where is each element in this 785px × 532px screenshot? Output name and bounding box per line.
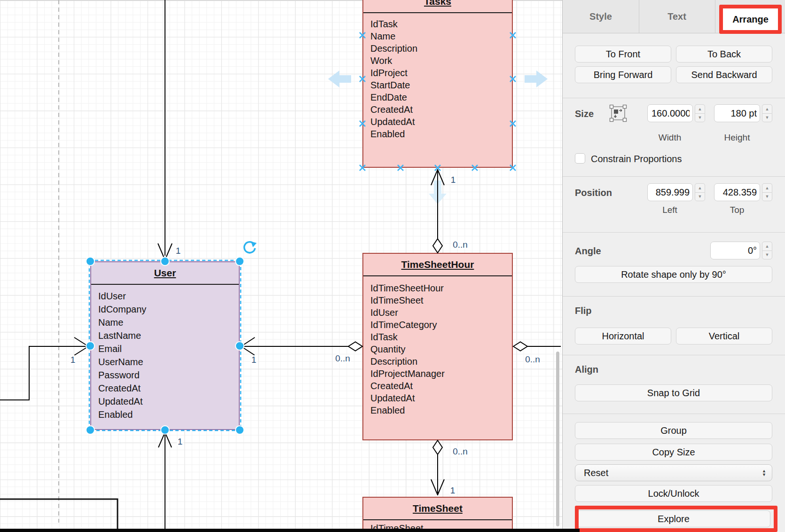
select-arrows-icon: ▲▼ — [762, 469, 766, 477]
format-panel: Style Text Arrange To Front To Back Brin… — [562, 0, 785, 532]
cardinality-label: 1 — [451, 175, 456, 185]
stepper-up-icon[interactable]: ▲ — [762, 104, 772, 113]
position-section-label: Position — [575, 188, 612, 198]
connection-x-markers — [360, 32, 516, 171]
cardinality-label: 0..n — [453, 446, 468, 456]
position-top-input[interactable] — [714, 183, 760, 201]
hover-arrow-right-icon[interactable] — [525, 70, 548, 87]
position-left-label: Left — [662, 205, 677, 215]
edge-into-user-left[interactable] — [0, 337, 88, 400]
edge-timesheethour-timesheet[interactable] — [431, 440, 444, 495]
to-front-button[interactable]: To Front — [575, 46, 671, 63]
edge-user-bottom[interactable] — [158, 432, 172, 532]
stepper-down-icon[interactable]: ▼ — [762, 113, 772, 123]
stepper-up-icon[interactable]: ▲ — [762, 242, 772, 250]
flip-vertical-button[interactable]: Vertical — [676, 328, 772, 344]
cardinality-label: 1 — [176, 246, 181, 256]
selection-outline-user — [89, 260, 241, 430]
width-stepper[interactable]: ▲ ▼ — [695, 104, 705, 122]
tab-separator — [715, 0, 715, 33]
stepper-down-icon[interactable]: ▼ — [695, 113, 705, 123]
edge-timesheethour-right[interactable] — [513, 342, 561, 351]
selection-handles[interactable] — [86, 257, 244, 434]
flip-section-label: Flip — [575, 305, 592, 316]
bottom-window-edge — [0, 529, 580, 532]
stepper-down-icon[interactable]: ▼ — [695, 192, 705, 202]
send-backward-button[interactable]: Send Backward — [676, 66, 772, 83]
annotation-arrange-box: Arrange — [719, 5, 782, 34]
panel-divider — [563, 176, 785, 177]
align-section-label: Align — [575, 364, 598, 375]
canvas-vertical-scrollbar[interactable] — [556, 352, 559, 526]
edges-overlay: 1 1 1 0..n 0..n 1 0..n 0..n 1 1 — [0, 0, 562, 532]
position-top-label: Top — [730, 205, 745, 215]
stepper-down-icon[interactable]: ▼ — [762, 192, 772, 202]
reset-select-value: Reset — [584, 468, 608, 478]
to-back-button[interactable]: To Back — [676, 46, 772, 63]
position-top-stepper[interactable]: ▲ ▼ — [762, 183, 772, 201]
angle-section-label: Angle — [575, 246, 601, 257]
panel-divider — [563, 296, 785, 297]
position-left-input[interactable] — [647, 183, 693, 201]
tab-arrange[interactable]: Arrange — [732, 14, 769, 25]
cardinality-label: 1 — [450, 485, 455, 495]
size-section-label: Size — [575, 109, 594, 119]
tab-style[interactable]: Style — [563, 0, 639, 33]
width-label: Width — [659, 133, 682, 143]
position-left-stepper[interactable]: ▲ ▼ — [695, 183, 705, 201]
stepper-up-icon[interactable]: ▲ — [762, 183, 772, 192]
cardinality-label: 1 — [178, 437, 183, 446]
copy-size-button[interactable]: Copy Size — [575, 444, 772, 461]
rotate-90-button[interactable]: Rotate shape only by 90° — [575, 266, 772, 283]
flip-horizontal-button[interactable]: Horizontal — [575, 328, 671, 344]
tab-separator — [639, 0, 639, 33]
group-button[interactable]: Group — [575, 422, 772, 439]
lock-unlock-button[interactable]: Lock/Unlock — [575, 485, 772, 502]
cardinality-label: 1 — [251, 355, 257, 365]
angle-input[interactable] — [710, 242, 760, 259]
cardinality-label: 0..n — [453, 240, 468, 250]
width-input[interactable] — [647, 104, 693, 122]
reset-select[interactable]: Reset ▲▼ — [575, 464, 772, 481]
edge-tasks-timesheethour[interactable] — [431, 169, 444, 253]
autosize-icon[interactable] — [609, 104, 628, 123]
cardinality-label: 0..n — [335, 353, 350, 363]
annotation-explore-box — [575, 506, 777, 532]
hover-arrow-left-icon[interactable] — [328, 70, 351, 87]
stepper-down-icon[interactable]: ▼ — [762, 250, 772, 260]
panel-divider — [563, 232, 785, 233]
angle-stepper[interactable]: ▲ ▼ — [762, 242, 772, 259]
edge-user-timesheethour[interactable] — [241, 337, 362, 355]
constrain-proportions-label: Constrain Proportions — [591, 154, 682, 164]
cardinality-label: 1 — [71, 355, 76, 365]
edge-into-user-top[interactable] — [158, 0, 172, 260]
constrain-proportions-checkbox[interactable] — [575, 153, 585, 164]
height-label: Height — [724, 133, 750, 143]
stepper-up-icon[interactable]: ▲ — [695, 183, 705, 192]
cardinality-label: 0..n — [525, 354, 540, 364]
panel-divider — [563, 355, 785, 355]
diagram-canvas[interactable]: Tasks IdTask Name Description Work IdPro… — [0, 0, 562, 532]
panel-divider — [563, 414, 785, 414]
bring-forward-button[interactable]: Bring Forward — [575, 66, 671, 83]
panel-divider — [563, 98, 785, 98]
height-stepper[interactable]: ▲ ▼ — [762, 104, 772, 122]
rotate-handle-icon[interactable] — [244, 242, 257, 253]
snap-to-grid-button[interactable]: Snap to Grid — [575, 384, 772, 401]
tab-text[interactable]: Text — [639, 0, 715, 33]
height-input[interactable] — [714, 104, 760, 122]
stepper-up-icon[interactable]: ▲ — [695, 104, 705, 113]
